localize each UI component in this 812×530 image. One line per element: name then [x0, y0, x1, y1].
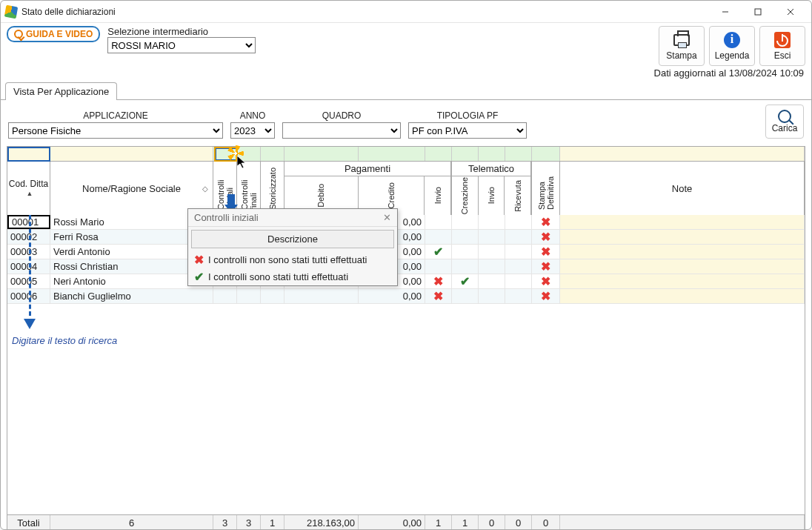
data-grid: Cod. Ditta ▲ Nome/Ragione Sociale ◇ Cont…: [7, 146, 805, 530]
filter-tipologia: TIPOLOGIA PF PF con P.IVA: [408, 110, 527, 139]
filter-quadro-label: QUADRO: [322, 110, 362, 121]
stampa-button[interactable]: Stampa: [659, 26, 705, 66]
carica-label: Carica: [772, 123, 798, 133]
highlight-box: [7, 147, 50, 162]
minimize-button[interactable]: [709, 1, 742, 22]
table-row: 00004 Rossi Christian 0,00 ✖: [7, 259, 805, 274]
intermediario-select[interactable]: ROSSI MARIO: [107, 37, 256, 53]
popup-row-ok: ✔ I controlli sono stati tutti effettuat…: [188, 268, 397, 285]
anno-select[interactable]: 2023: [230, 122, 275, 139]
top-toolbar: GUIDA E VIDEO Selezione intermediario RO…: [1, 23, 811, 67]
guida-label: GUIDA E VIDEO: [26, 29, 93, 39]
filter-app-label: APPLICAZIONE: [83, 110, 147, 121]
x-icon: ✖: [541, 259, 550, 274]
check-icon: ✔: [433, 245, 443, 259]
carica-button[interactable]: Carica: [765, 105, 804, 139]
search-icon: [14, 30, 23, 39]
printer-icon: [673, 34, 690, 46]
filter-quadro: QUADRO: [282, 110, 401, 139]
legend-popup: Controlli iniziali ✕ Descrizione ✖ I con…: [187, 208, 398, 286]
window-controls: [709, 1, 807, 22]
col-note-header[interactable]: Note: [672, 183, 692, 194]
col-stampa-def-header[interactable]: Stampa Definitiva: [536, 164, 556, 213]
popup-row-ok-text: I controlli sono stati tutti effettuati: [208, 271, 348, 282]
tipologia-select[interactable]: PF con P.IVA: [408, 122, 527, 139]
col-debito-header[interactable]: Debito: [315, 181, 327, 211]
col-cod-header[interactable]: Cod. Ditta: [9, 179, 48, 189]
totals-label: Totali: [7, 515, 50, 530]
popup-close-button[interactable]: ✕: [383, 212, 391, 223]
popup-title-text: Controlli iniziali: [194, 212, 259, 223]
quadro-select[interactable]: [282, 122, 401, 139]
col-invio-pag-header[interactable]: Invio: [432, 184, 444, 207]
sort-diamond-icon: ◇: [202, 185, 208, 193]
esci-label: Esci: [774, 50, 791, 61]
window-title: Stato delle dichiarazioni: [21, 7, 116, 17]
magnifier-icon: [778, 110, 791, 123]
right-toolbar-buttons: Stampa Legenda Esci: [659, 26, 805, 66]
filter-bar: APPLICAZIONE Persone Fisiche ANNO 2023 Q…: [1, 100, 811, 146]
svg-marker-6: [24, 319, 36, 329]
table-row: 00001 Rossi Mario 0,00 ✖: [7, 215, 805, 230]
col-invio-tel-header[interactable]: Invio: [485, 184, 497, 207]
tab-vista-applicazione[interactable]: Vista Per Applicazione: [5, 82, 117, 100]
table-row: 00006 Bianchi Guglielmo 0,00 ✖ ✖: [7, 289, 805, 304]
click-burst-icon: [227, 145, 244, 162]
popup-row-fail-text: I controlli non sono stati tutti effettu…: [208, 254, 367, 265]
arrow-down-icon: [24, 319, 36, 331]
x-icon: ✖: [541, 245, 550, 259]
check-icon: ✔: [460, 274, 470, 288]
popup-desc-header: Descrizione: [191, 230, 394, 248]
filter-applicazione: APPLICAZIONE Persone Fisiche: [8, 110, 223, 139]
close-button[interactable]: [774, 1, 807, 22]
sort-asc-icon: ▲: [27, 190, 33, 197]
table-row: 00005 Neri Antonio 0,00 ✖ ✔ ✖: [7, 274, 805, 289]
grid-filter-row[interactable]: [7, 147, 805, 162]
app-icon: [5, 6, 17, 18]
x-icon: ✖: [433, 289, 443, 303]
x-icon: ✖: [541, 230, 550, 244]
table-row: 00002 Ferri Rosa 0,00 ✖: [7, 230, 805, 245]
svg-rect-1: [755, 9, 761, 15]
legenda-button[interactable]: Legenda: [709, 26, 755, 66]
search-hint-text: Digitare il testo di ricerca: [10, 332, 119, 349]
col-credito-header[interactable]: Credito: [385, 179, 397, 211]
popup-titlebar[interactable]: Controlli iniziali ✕: [188, 209, 397, 227]
power-icon: [774, 32, 791, 48]
col-creazione-header[interactable]: Creazione: [459, 174, 470, 217]
totals-row: Totali 6 3 3 1 218.163,00 0,00 1 1 0 0 0: [7, 514, 805, 530]
col-storicizzato-header[interactable]: Storicizzato: [267, 165, 279, 213]
applicazione-select[interactable]: Persone Fisiche: [8, 122, 223, 139]
dashed-guide-line: [29, 215, 31, 316]
totals-count: 6: [50, 515, 213, 530]
col-nome-header[interactable]: Nome/Ragione Sociale: [82, 183, 181, 194]
intermediario-label: Selezione intermediario: [107, 26, 256, 37]
filter-anno-label: ANNO: [240, 110, 266, 121]
x-icon: ✖: [541, 215, 550, 229]
info-icon: [724, 32, 740, 48]
x-icon: ✖: [433, 274, 443, 288]
filter-anno: ANNO 2023: [230, 110, 275, 139]
popup-row-fail: ✖ I controlli non sono stati tutti effet…: [188, 251, 397, 268]
intermediario-group: Selezione intermediario ROSSI MARIO: [107, 26, 256, 53]
stampa-label: Stampa: [666, 50, 696, 61]
legenda-label: Legenda: [715, 50, 750, 61]
col-pagamenti-group-header: Pagamenti: [284, 162, 451, 176]
grid-body[interactable]: 00001 Rossi Mario 0,00 ✖ 00002 Ferri Ros…: [7, 215, 805, 514]
x-icon: ✖: [541, 274, 550, 288]
table-row: 00003 Verdi Antonio 0,00 ✔ ✖: [7, 245, 805, 259]
guida-video-button[interactable]: GUIDA E VIDEO: [7, 26, 100, 42]
esci-button[interactable]: Esci: [759, 26, 805, 66]
x-icon: ✖: [194, 253, 204, 267]
x-icon: ✖: [541, 289, 550, 303]
col-ricevuta-header[interactable]: Ricevuta: [512, 177, 524, 215]
filter-tipo-label: TIPOLOGIA PF: [437, 110, 499, 121]
titlebar: Stato delle dichiarazioni: [1, 1, 811, 23]
col-controlli-finali-header[interactable]: Controlli finali: [239, 164, 259, 213]
last-updated-text: Dati aggiornati al 13/08/2024 10:09: [1, 67, 811, 82]
tab-strip: Vista Per Applicazione: [1, 82, 811, 100]
maximize-button[interactable]: [742, 1, 774, 22]
check-icon: ✔: [194, 270, 204, 284]
